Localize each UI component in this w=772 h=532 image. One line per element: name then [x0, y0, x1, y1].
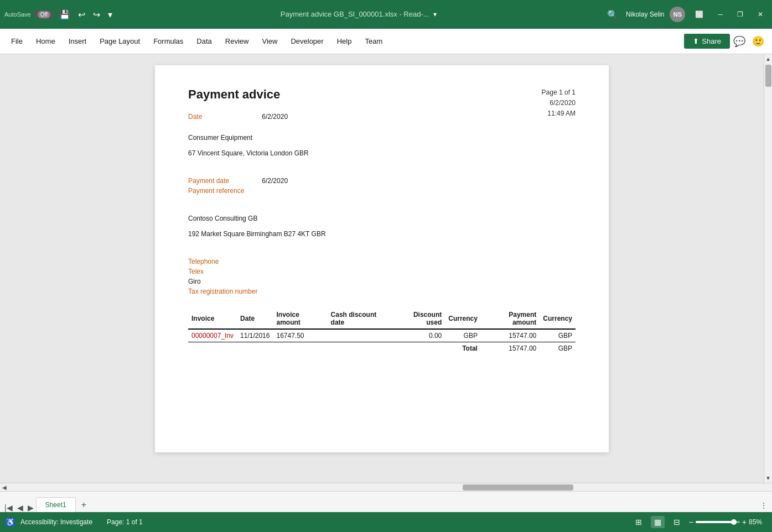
accessibility-label[interactable]: Accessibility: Investigate [20, 518, 92, 526]
giro-label: Giro [188, 278, 201, 285]
menu-file[interactable]: File [4, 34, 29, 49]
undo-button[interactable]: ↩ [76, 7, 87, 22]
hscroll-track[interactable] [9, 483, 772, 491]
menu-review[interactable]: Review [219, 34, 256, 49]
zoom-level-label: 85% [749, 518, 766, 526]
tab-next-button[interactable]: ▶ [25, 503, 36, 512]
share-label: Share [702, 37, 721, 45]
share-button[interactable]: ⬆ Share [684, 34, 730, 49]
page-info-label: Page: 1 of 1 [107, 518, 143, 526]
telephone-label: Telephone [188, 258, 260, 265]
document-title: Payment advice [188, 87, 576, 102]
company-section: Consumer Equipment 67 Vincent Square, Vi… [188, 134, 576, 157]
maximize-window-button[interactable]: ⬜ [691, 8, 708, 20]
invoice-link[interactable]: 00000007_Inv [191, 332, 234, 340]
scroll-down-arrow[interactable]: ▼ [764, 473, 772, 483]
giro-field: Giro [188, 278, 576, 285]
print-date-label: 6/2/2020 [542, 98, 576, 108]
payment-date-field: Payment date 6/2/2020 [188, 177, 576, 185]
horizontal-scrollbar[interactable]: ◀ ▶ [0, 483, 772, 491]
menu-team[interactable]: Team [358, 34, 389, 49]
page-layout-view-button[interactable]: ▦ [651, 516, 665, 528]
tab-first-button[interactable]: |◀ [2, 503, 15, 512]
menu-help[interactable]: Help [330, 34, 359, 49]
scroll-track[interactable] [764, 64, 772, 473]
payment-ref-field: Payment reference [188, 187, 576, 195]
invoice-amount: 16747.50 [273, 329, 327, 342]
zoom-in-button[interactable]: + [742, 518, 747, 526]
currency1: GBP [445, 329, 481, 342]
zoom-bar: − + 85% [689, 518, 766, 526]
main-area: Page 1 of 1 6/2/2020 11:49 AM Payment ad… [0, 54, 772, 483]
col-invoice-amount: Invoice amount [273, 309, 327, 329]
page-meta: Page 1 of 1 6/2/2020 11:49 AM [542, 87, 576, 119]
menu-view[interactable]: View [255, 34, 284, 49]
normal-view-button[interactable]: ⊞ [632, 516, 645, 528]
username-label: Nikolay Selin [626, 11, 664, 18]
payment-date-value: 6/2/2020 [262, 177, 288, 185]
table-header-row: Invoice Date Invoice amount Cash discoun… [188, 309, 576, 329]
restore-window-button[interactable]: ❐ [733, 8, 748, 20]
redo-button[interactable]: ↪ [91, 7, 102, 22]
page-of-label: Page 1 of 1 [542, 87, 576, 98]
scroll-up-arrow[interactable]: ▲ [764, 54, 772, 64]
vertical-scrollbar[interactable]: ▲ ▼ [764, 54, 772, 483]
date-field: Date 6/2/2020 [188, 113, 576, 121]
tab-options-button[interactable]: ⋮ [758, 499, 770, 512]
invoice-table: Invoice Date Invoice amount Cash discoun… [188, 309, 576, 354]
sheet-area: Page 1 of 1 6/2/2020 11:49 AM Payment ad… [0, 54, 764, 483]
col-date: Date [237, 309, 273, 329]
invoice-date: 11/1/2016 [237, 329, 273, 342]
total-label: Total [462, 345, 478, 352]
col-cash-discount-date: Cash discount date [328, 309, 394, 329]
title-bar-left: AutoSave Off 💾 ↩ ↪ ▾ [4, 7, 115, 22]
comment-button[interactable]: 💬 [730, 33, 749, 50]
col-currency1: Currency [445, 309, 481, 329]
menu-insert[interactable]: Insert [62, 34, 94, 49]
menu-home[interactable]: Home [29, 34, 62, 49]
total-currency: GBP [540, 342, 576, 355]
menu-formulas[interactable]: Formulas [147, 34, 190, 49]
close-window-button[interactable]: ✕ [753, 8, 768, 20]
accessibility-icon: ♿ [6, 518, 15, 526]
sheet1-tab[interactable]: Sheet1 [36, 497, 76, 512]
zoom-slider-thumb[interactable] [731, 519, 737, 525]
avatar[interactable]: NS [670, 7, 685, 22]
title-bar-filename: Payment advice GB_SI_000001.xlsx - Read-… [119, 8, 600, 20]
cash-discount-date [328, 329, 394, 342]
payment-date-label: Payment date [188, 177, 260, 185]
menu-developer[interactable]: Developer [284, 34, 330, 49]
telex-label: Telex [188, 268, 260, 275]
col-payment-amount: Payment amount [481, 309, 540, 329]
scroll-left-arrow[interactable]: ◀ [0, 483, 9, 492]
col-discount-used: Discount used [393, 309, 445, 329]
zoom-out-button[interactable]: − [689, 518, 693, 526]
company-address: 67 Vincent Square, Victoria London GBR [188, 149, 576, 157]
menu-page-layout[interactable]: Page Layout [93, 34, 147, 49]
minimize-window-button[interactable]: ─ [713, 8, 727, 20]
contact-section: Telephone Telex Giro Tax registration nu… [188, 258, 576, 295]
toggle-off-label: Off [38, 11, 50, 18]
customize-qat-button[interactable]: ▾ [106, 7, 115, 22]
zoom-slider-track[interactable] [696, 521, 740, 523]
table-row: 00000007_Inv 11/1/2016 16747.50 0.00 GBP… [188, 329, 576, 342]
scroll-thumb[interactable] [765, 65, 771, 87]
telex-field: Telex [188, 268, 576, 275]
tab-prev-button[interactable]: ◀ [15, 503, 25, 512]
hscroll-thumb[interactable] [463, 484, 573, 491]
add-sheet-button[interactable]: + [77, 498, 91, 512]
title-dropdown-button[interactable]: ▾ [431, 8, 439, 20]
date-label: Date [188, 113, 260, 121]
page-break-view-button[interactable]: ⊟ [670, 516, 683, 528]
emoji-button[interactable]: 🙂 [749, 33, 768, 50]
company-name: Consumer Equipment [188, 134, 576, 142]
col-invoice: Invoice [188, 309, 237, 329]
sheet1-label: Sheet1 [45, 501, 66, 509]
share-icon: ⬆ [693, 37, 699, 45]
print-time-label: 11:49 AM [542, 108, 576, 119]
search-icon[interactable]: 🔍 [605, 7, 620, 22]
menu-data[interactable]: Data [190, 34, 218, 49]
save-button[interactable]: 💾 [57, 7, 72, 22]
autosave-toggle[interactable]: Off [34, 10, 54, 19]
document-page: Page 1 of 1 6/2/2020 11:49 AM Payment ad… [155, 65, 609, 452]
